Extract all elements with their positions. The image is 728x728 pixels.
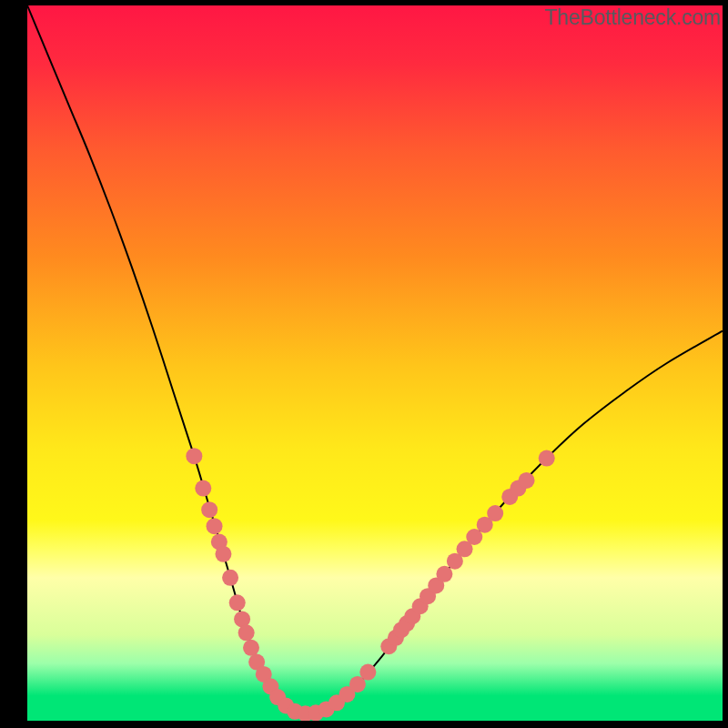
marker-dot: [207, 518, 223, 534]
marker-dot: [436, 566, 452, 582]
gradient-background: [27, 5, 723, 721]
marker-dot: [201, 501, 217, 518]
marker-dot: [186, 448, 202, 464]
marker-dot: [215, 546, 231, 562]
watermark-text: TheBottleneck.com: [545, 5, 721, 30]
marker-dot: [238, 624, 255, 641]
marker-dot: [195, 480, 211, 497]
marker-dot: [243, 640, 259, 656]
marker-dot: [359, 664, 376, 681]
marker-dot: [229, 594, 246, 611]
bottleneck-chart: [27, 5, 723, 721]
chart-frame: [27, 5, 723, 721]
marker-dot: [487, 505, 503, 521]
marker-dot: [539, 450, 555, 467]
marker-dot: [222, 570, 238, 586]
marker-dot: [519, 472, 535, 489]
